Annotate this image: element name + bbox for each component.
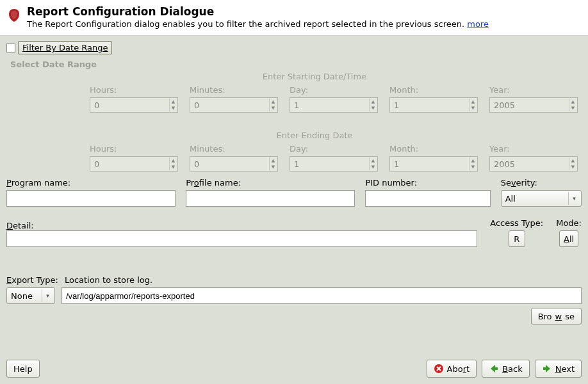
cancel-icon <box>434 364 444 374</box>
help-button[interactable]: Help <box>6 360 40 378</box>
end-hours-spin[interactable]: 0▲▼ <box>90 156 178 172</box>
end-minutes-spin[interactable]: 0▲▼ <box>190 156 278 172</box>
mode-label: Mode: <box>556 218 582 228</box>
chevron-down-icon: ▾ <box>568 192 580 205</box>
end-year-spin[interactable]: 2005▲▼ <box>489 156 578 172</box>
detail-label: Detail: <box>6 221 477 230</box>
end-year-label: Year: <box>489 144 578 154</box>
end-minutes-label: Minutes: <box>190 144 278 154</box>
program-name-input[interactable] <box>6 190 176 207</box>
location-input[interactable] <box>61 287 582 304</box>
start-minutes-spin[interactable]: 0▲▼ <box>190 97 278 113</box>
date-range-group: Enter Starting Date/Time Hours: 0▲▼ Minu… <box>6 72 582 172</box>
page-description: The Report Configuration dialog enables … <box>27 19 489 29</box>
start-year-spin[interactable]: 2005▲▼ <box>489 97 578 113</box>
end-date-caption: Enter Ending Date <box>51 131 578 140</box>
back-button[interactable]: Back <box>482 360 530 378</box>
chevron-down-icon: ▼ <box>169 105 177 111</box>
arrow-right-icon <box>542 364 552 374</box>
start-year-label: Year: <box>489 85 578 95</box>
end-month-label: Month: <box>389 144 478 154</box>
program-name-label: Program name: <box>6 178 176 188</box>
start-hours-label: Hours: <box>90 85 178 95</box>
page-header: Report Configuration Dialogue The Report… <box>0 0 588 36</box>
filter-date-button[interactable]: Filter By Date Range <box>18 41 112 54</box>
start-hours-spin[interactable]: 0▲▼ <box>90 97 178 113</box>
end-month-spin[interactable]: 1▲▼ <box>389 156 478 172</box>
access-type-button[interactable]: R <box>509 230 525 247</box>
arrow-left-icon <box>489 364 499 374</box>
start-month-spin[interactable]: 1▲▼ <box>389 97 478 113</box>
pid-number-input[interactable] <box>365 190 490 207</box>
chevron-down-icon: ▾ <box>42 289 53 302</box>
apparmor-icon <box>6 8 22 23</box>
severity-select[interactable]: All ▾ <box>501 190 582 207</box>
access-type-label: Access Type: <box>490 218 543 228</box>
select-date-range-heading: Select Date Range <box>10 60 582 69</box>
start-month-label: Month: <box>389 85 478 95</box>
end-day-label: Day: <box>290 144 378 154</box>
chevron-up-icon: ▲ <box>169 99 177 105</box>
mode-button[interactable]: All <box>559 230 578 247</box>
start-date-caption: Enter Starting Date/Time <box>51 72 578 81</box>
browse-button[interactable]: Browse <box>531 308 582 324</box>
button-bar: Help Abort Back Next <box>0 353 588 384</box>
end-day-spin[interactable]: 1▲▼ <box>290 156 378 172</box>
profile-name-label: Profile name: <box>186 178 355 188</box>
export-type-label: Export Type: <box>6 275 58 285</box>
more-link[interactable]: more <box>467 19 489 29</box>
location-label: Location to store log. <box>65 275 152 285</box>
start-day-spin[interactable]: 1▲▼ <box>290 97 378 113</box>
end-hours-label: Hours: <box>90 144 178 154</box>
filter-date-checkbox[interactable] <box>6 44 15 52</box>
start-minutes-label: Minutes: <box>190 85 278 95</box>
page-title: Report Configuration Dialogue <box>27 5 489 18</box>
pid-number-label: PID number: <box>365 178 490 188</box>
severity-label: Severity: <box>501 178 582 188</box>
export-type-select[interactable]: None ▾ <box>6 287 55 304</box>
detail-input[interactable] <box>6 230 477 247</box>
profile-name-input[interactable] <box>186 190 355 207</box>
start-day-label: Day: <box>290 85 378 95</box>
abort-button[interactable]: Abort <box>427 360 477 378</box>
next-button[interactable]: Next <box>535 360 582 378</box>
